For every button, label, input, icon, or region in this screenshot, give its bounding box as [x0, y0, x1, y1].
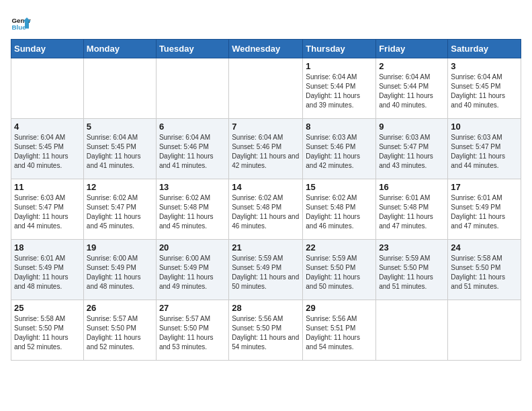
day-number: 17: [451, 182, 518, 192]
day-number: 28: [232, 303, 300, 313]
day-info: Sunrise: 6:02 AMSunset: 5:48 PMDaylight:…: [306, 193, 373, 231]
day-number: 4: [14, 122, 81, 132]
cell-w2-d0: 4Sunrise: 6:04 AMSunset: 5:45 PMDaylight…: [11, 119, 84, 179]
day-info: Sunrise: 6:03 AMSunset: 5:46 PMDaylight:…: [306, 133, 373, 171]
day-info: Sunrise: 6:04 AMSunset: 5:44 PMDaylight:…: [379, 73, 445, 110]
header-monday: Monday: [83, 40, 156, 58]
day-number: 14: [232, 182, 300, 192]
cell-w5-d0: 25Sunrise: 5:58 AMSunset: 5:50 PMDayligh…: [11, 300, 84, 361]
day-info: Sunrise: 6:04 AMSunset: 5:46 PMDaylight:…: [232, 133, 300, 171]
cell-w3-d1: 12Sunrise: 6:02 AMSunset: 5:47 PMDayligh…: [83, 179, 156, 240]
cell-w3-d0: 11Sunrise: 6:03 AMSunset: 5:47 PMDayligh…: [11, 179, 84, 240]
cell-w1-d4: 1Sunrise: 6:04 AMSunset: 5:44 PMDaylight…: [303, 58, 376, 119]
day-info: Sunrise: 5:56 AMSunset: 5:51 PMDaylight:…: [306, 314, 373, 352]
cell-w1-d6: 3Sunrise: 6:04 AMSunset: 5:45 PMDaylight…: [448, 58, 521, 119]
day-number: 2: [379, 61, 445, 71]
day-info: Sunrise: 6:01 AMSunset: 5:48 PMDaylight:…: [379, 193, 445, 231]
cell-w1-d0: [11, 58, 84, 119]
day-info: Sunrise: 5:58 AMSunset: 5:50 PMDaylight:…: [14, 314, 81, 352]
cell-w1-d5: 2Sunrise: 6:04 AMSunset: 5:44 PMDaylight…: [376, 58, 448, 119]
cell-w2-d6: 10Sunrise: 6:03 AMSunset: 5:47 PMDayligh…: [448, 119, 521, 179]
week-row-5: 25Sunrise: 5:58 AMSunset: 5:50 PMDayligh…: [11, 300, 521, 361]
cell-w4-d0: 18Sunrise: 6:01 AMSunset: 5:49 PMDayligh…: [11, 240, 84, 300]
day-info: Sunrise: 6:00 AMSunset: 5:49 PMDaylight:…: [159, 254, 226, 291]
day-info: Sunrise: 6:03 AMSunset: 5:47 PMDaylight:…: [14, 193, 81, 231]
day-number: 25: [14, 303, 81, 313]
cell-w5-d3: 28Sunrise: 5:56 AMSunset: 5:50 PMDayligh…: [229, 300, 303, 361]
cell-w1-d2: [156, 58, 228, 119]
cell-w5-d2: 27Sunrise: 5:57 AMSunset: 5:50 PMDayligh…: [156, 300, 228, 361]
day-number: 27: [159, 303, 226, 313]
day-number: 24: [451, 242, 518, 253]
day-number: 7: [232, 122, 300, 132]
day-info: Sunrise: 6:04 AMSunset: 5:45 PMDaylight:…: [451, 73, 518, 110]
cell-w2-d3: 7Sunrise: 6:04 AMSunset: 5:46 PMDaylight…: [229, 119, 303, 179]
cell-w2-d5: 9Sunrise: 6:03 AMSunset: 5:47 PMDaylight…: [376, 119, 448, 179]
header-friday: Friday: [376, 40, 448, 58]
day-info: Sunrise: 5:59 AMSunset: 5:50 PMDaylight:…: [379, 254, 445, 291]
day-number: 15: [306, 182, 373, 192]
day-info: Sunrise: 6:02 AMSunset: 5:48 PMDaylight:…: [159, 193, 226, 231]
cell-w3-d6: 17Sunrise: 6:01 AMSunset: 5:49 PMDayligh…: [448, 179, 521, 240]
day-number: 3: [451, 61, 518, 71]
day-info: Sunrise: 6:02 AMSunset: 5:48 PMDaylight:…: [232, 193, 300, 231]
header: General Blue: [11, 11, 521, 34]
cell-w2-d4: 8Sunrise: 6:03 AMSunset: 5:46 PMDaylight…: [303, 119, 376, 179]
day-info: Sunrise: 6:02 AMSunset: 5:47 PMDaylight:…: [87, 193, 153, 231]
cell-w4-d4: 22Sunrise: 5:59 AMSunset: 5:50 PMDayligh…: [303, 240, 376, 300]
header-tuesday: Tuesday: [156, 40, 228, 58]
day-info: Sunrise: 6:03 AMSunset: 5:47 PMDaylight:…: [451, 133, 518, 171]
day-info: Sunrise: 6:00 AMSunset: 5:49 PMDaylight:…: [87, 254, 153, 291]
cell-w4-d5: 23Sunrise: 5:59 AMSunset: 5:50 PMDayligh…: [376, 240, 448, 300]
day-number: 12: [87, 182, 153, 192]
day-info: Sunrise: 6:01 AMSunset: 5:49 PMDaylight:…: [451, 193, 518, 231]
cell-w3-d4: 15Sunrise: 6:02 AMSunset: 5:48 PMDayligh…: [303, 179, 376, 240]
cell-w4-d6: 24Sunrise: 5:58 AMSunset: 5:50 PMDayligh…: [448, 240, 521, 300]
day-number: 11: [14, 182, 81, 192]
day-number: 16: [379, 182, 445, 192]
cell-w1-d1: [83, 58, 156, 119]
calendar-table: SundayMondayTuesdayWednesdayThursdayFrid…: [11, 39, 521, 361]
day-info: Sunrise: 6:01 AMSunset: 5:49 PMDaylight:…: [14, 254, 81, 291]
day-info: Sunrise: 6:04 AMSunset: 5:44 PMDaylight:…: [306, 73, 373, 110]
cell-w3-d5: 16Sunrise: 6:01 AMSunset: 5:48 PMDayligh…: [376, 179, 448, 240]
day-number: 29: [306, 303, 373, 313]
week-row-1: 1Sunrise: 6:04 AMSunset: 5:44 PMDaylight…: [11, 58, 521, 119]
day-number: 1: [306, 61, 373, 71]
day-info: Sunrise: 6:04 AMSunset: 5:45 PMDaylight:…: [87, 133, 153, 171]
day-number: 20: [159, 242, 226, 253]
day-number: 19: [87, 242, 153, 253]
header-thursday: Thursday: [303, 40, 376, 58]
day-number: 5: [87, 122, 153, 132]
day-number: 6: [159, 122, 226, 132]
cell-w3-d2: 13Sunrise: 6:02 AMSunset: 5:48 PMDayligh…: [156, 179, 228, 240]
day-number: 18: [14, 242, 81, 253]
day-number: 21: [232, 242, 300, 253]
day-number: 23: [379, 242, 445, 253]
cell-w4-d3: 21Sunrise: 5:59 AMSunset: 5:49 PMDayligh…: [229, 240, 303, 300]
cell-w5-d1: 26Sunrise: 5:57 AMSunset: 5:50 PMDayligh…: [83, 300, 156, 361]
day-info: Sunrise: 5:57 AMSunset: 5:50 PMDaylight:…: [159, 314, 226, 352]
svg-text:Blue: Blue: [12, 24, 27, 31]
day-info: Sunrise: 5:58 AMSunset: 5:50 PMDaylight:…: [451, 254, 518, 291]
day-number: 22: [306, 242, 373, 253]
cell-w5-d5: [376, 300, 448, 361]
week-row-3: 11Sunrise: 6:03 AMSunset: 5:47 PMDayligh…: [11, 179, 521, 240]
cell-w1-d3: [229, 58, 303, 119]
cell-w5-d4: 29Sunrise: 5:56 AMSunset: 5:51 PMDayligh…: [303, 300, 376, 361]
cell-w4-d2: 20Sunrise: 6:00 AMSunset: 5:49 PMDayligh…: [156, 240, 228, 300]
week-row-4: 18Sunrise: 6:01 AMSunset: 5:49 PMDayligh…: [11, 240, 521, 300]
day-info: Sunrise: 5:56 AMSunset: 5:50 PMDaylight:…: [232, 314, 300, 352]
day-number: 13: [159, 182, 226, 192]
day-info: Sunrise: 5:59 AMSunset: 5:50 PMDaylight:…: [306, 254, 373, 291]
cell-w2-d1: 5Sunrise: 6:04 AMSunset: 5:45 PMDaylight…: [83, 119, 156, 179]
header-saturday: Saturday: [448, 40, 521, 58]
cell-w2-d2: 6Sunrise: 6:04 AMSunset: 5:46 PMDaylight…: [156, 119, 228, 179]
cell-w4-d1: 19Sunrise: 6:00 AMSunset: 5:49 PMDayligh…: [83, 240, 156, 300]
logo: General Blue: [11, 13, 32, 34]
week-row-2: 4Sunrise: 6:04 AMSunset: 5:45 PMDaylight…: [11, 119, 521, 179]
cell-w3-d3: 14Sunrise: 6:02 AMSunset: 5:48 PMDayligh…: [229, 179, 303, 240]
day-info: Sunrise: 6:03 AMSunset: 5:47 PMDaylight:…: [379, 133, 445, 171]
day-info: Sunrise: 5:59 AMSunset: 5:49 PMDaylight:…: [232, 254, 300, 291]
cell-w5-d6: [448, 300, 521, 361]
